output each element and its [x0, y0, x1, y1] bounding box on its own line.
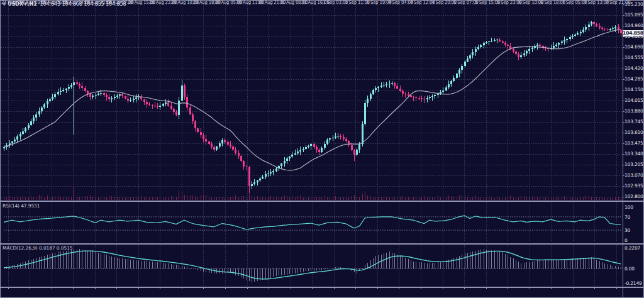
ohlc-values: 104.843 104.868 104.835 104.858 [40, 1, 126, 7]
price-tick-label: 105.095 [625, 12, 643, 18]
price-tick-label: 103.475 [625, 140, 643, 146]
price-tick-label: 104.015 [625, 97, 643, 103]
price-tick-label: 103.070 [625, 172, 643, 178]
rsi-tick-label: 70 [625, 214, 630, 220]
macd-indicator-label: MACD(12,26,9) 0.0187 0.0515 [3, 245, 73, 251]
price-tick-label: 103.205 [625, 162, 643, 167]
rsi-indicator-label: RSI(14) 47.9551 [3, 203, 40, 209]
rsi-tick-label: 100 [625, 204, 633, 210]
rsi-tick-label: 0 [625, 238, 628, 243]
chart-title-bar: ▼USDX+,H1104.843 104.868 104.835 104.858 [3, 1, 126, 7]
symbol-timeframe-label: USDX+,H1 [8, 1, 36, 7]
current-price-tag: 104.858 [623, 30, 643, 36]
price-tick-label: 104.690 [625, 44, 643, 50]
price-tick-label: 102.935 [625, 183, 643, 189]
price-tick-label: 103.745 [625, 119, 643, 124]
macd-tick-label: -0.2149 [625, 280, 642, 286]
time-tick-label: 7 Sep 21:00 [606, 0, 631, 5]
price-tick-label: 103.340 [625, 151, 643, 157]
price-tick-label: 104.150 [625, 87, 643, 92]
symbol-dropdown-icon[interactable]: ▼ [3, 2, 6, 7]
price-tick-label: 104.555 [625, 55, 643, 60]
price-tick-label: 104.420 [625, 65, 643, 71]
trading-chart-window: ▼USDX+,H1104.843 104.868 104.835 104.858… [0, 0, 644, 298]
price-tick-label: 102.800 [625, 194, 643, 199]
chart-canvas[interactable] [0, 0, 644, 298]
price-tick-label: 104.960 [625, 23, 643, 28]
rsi-tick-label: 30 [625, 228, 630, 233]
price-tick-label: 103.880 [625, 108, 643, 114]
macd-tick-label: 0.2207 [625, 245, 640, 251]
macd-tick-label: 0.00 [625, 266, 635, 272]
price-tick-label: 104.285 [625, 76, 643, 82]
price-tick-label: 103.610 [625, 130, 643, 135]
